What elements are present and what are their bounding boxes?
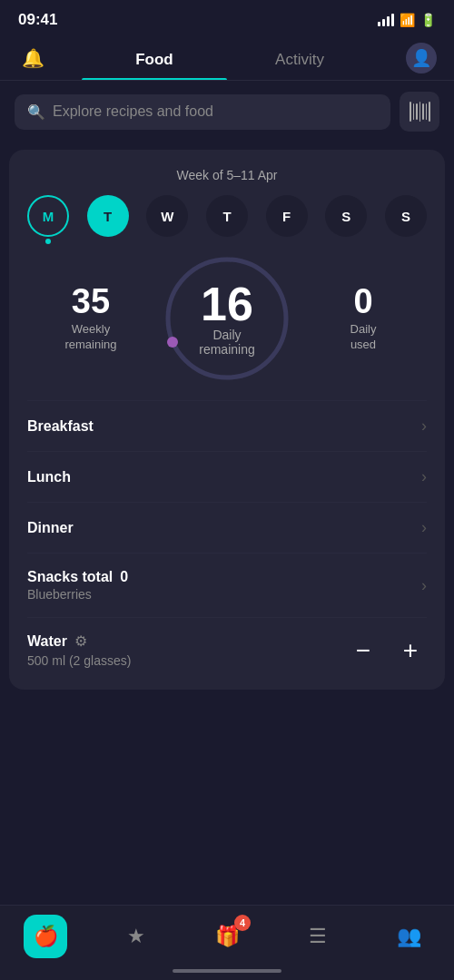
snacks-count: 0 bbox=[120, 569, 128, 585]
weekly-remaining-stat: 35 Weeklyremaining bbox=[27, 284, 154, 353]
water-increase-button[interactable]: + bbox=[394, 634, 427, 667]
nav-diary-icon-wrap: ☰ bbox=[296, 915, 340, 958]
nav-community[interactable]: 👥 bbox=[381, 915, 436, 958]
search-placeholder: Explore recipes and food bbox=[53, 103, 213, 120]
water-item: Water ⚙ 500 ml (2 glasses) − + bbox=[27, 617, 427, 671]
tab-nav: Food Activity bbox=[51, 36, 403, 80]
day-friday[interactable]: F bbox=[266, 195, 308, 237]
snacks-chevron-icon: › bbox=[421, 576, 427, 595]
snacks-item[interactable]: Snacks total 0 Blueberries › bbox=[27, 553, 427, 617]
daily-used-number: 0 bbox=[300, 284, 427, 318]
avatar: 👤 bbox=[406, 43, 437, 74]
dinner-item[interactable]: Dinner › bbox=[27, 502, 427, 553]
barcode-icon bbox=[410, 102, 430, 122]
day-wednesday[interactable]: W bbox=[146, 195, 188, 237]
nav-food-icon-wrap: 🍎 bbox=[24, 915, 67, 958]
daily-used-stat: 0 Dailyused bbox=[300, 284, 427, 353]
home-indicator bbox=[173, 969, 281, 973]
snacks-sub: Blueberries bbox=[27, 587, 128, 602]
water-label: Water bbox=[27, 633, 67, 650]
ring-container: 16 Dailyremaining bbox=[154, 264, 300, 373]
nav-community-icon-wrap: 👥 bbox=[387, 915, 430, 958]
status-icons: 📶 🔋 bbox=[378, 13, 436, 27]
wifi-icon: 📶 bbox=[400, 13, 415, 27]
nav-food[interactable]: 🍎 bbox=[18, 915, 73, 958]
lunch-item[interactable]: Lunch › bbox=[27, 451, 427, 502]
breakfast-label: Breakfast bbox=[27, 418, 94, 435]
snacks-label: Snacks total bbox=[27, 569, 113, 585]
day-thursday[interactable]: T bbox=[206, 195, 248, 237]
water-info: Water ⚙ 500 ml (2 glasses) bbox=[27, 632, 131, 668]
weekly-remaining-label: Weeklyremaining bbox=[27, 322, 154, 353]
water-controls: − + bbox=[347, 634, 427, 667]
day-saturday[interactable]: S bbox=[325, 195, 367, 237]
water-amount: 500 ml (2 glasses) bbox=[27, 653, 131, 668]
nav-favorites[interactable]: ★ bbox=[109, 915, 163, 958]
breakfast-item[interactable]: Breakfast › bbox=[27, 400, 427, 451]
food-nav-icon: 🍎 bbox=[34, 925, 58, 948]
tab-bar: 🔔 Food Activity 👤 bbox=[0, 36, 454, 81]
week-label: Week of 5–11 Apr bbox=[27, 168, 427, 182]
daily-remaining-stat: 16 Dailyremaining bbox=[154, 264, 300, 373]
breakfast-chevron-icon: › bbox=[421, 416, 427, 436]
day-sunday[interactable]: S bbox=[385, 195, 427, 237]
water-decrease-button[interactable]: − bbox=[347, 634, 380, 667]
search-bar[interactable]: 🔍 Explore recipes and food bbox=[15, 94, 390, 130]
diary-nav-icon: ☰ bbox=[309, 925, 327, 948]
water-settings-icon[interactable]: ⚙ bbox=[74, 632, 87, 650]
search-section: 🔍 Explore recipes and food bbox=[0, 81, 454, 142]
snacks-title-row: Snacks total 0 bbox=[27, 569, 128, 585]
lunch-chevron-icon: › bbox=[421, 467, 427, 486]
status-time: 09:41 bbox=[18, 11, 57, 29]
signal-icon bbox=[378, 14, 394, 26]
ring-indicator-dot bbox=[167, 337, 178, 348]
status-bar: 09:41 📶 🔋 bbox=[0, 0, 454, 36]
barcode-scan-button[interactable] bbox=[400, 92, 439, 132]
tab-activity[interactable]: Activity bbox=[227, 36, 372, 80]
avatar-button[interactable]: 👤 bbox=[403, 43, 439, 74]
weekly-remaining-number: 35 bbox=[27, 284, 154, 318]
search-icon: 🔍 bbox=[27, 103, 45, 121]
day-dot bbox=[45, 239, 51, 244]
week-days: M T W T F S S bbox=[27, 195, 427, 237]
daily-remaining-number: 16 bbox=[201, 280, 253, 328]
bell-icon-button[interactable]: 🔔 bbox=[15, 47, 51, 69]
day-monday[interactable]: M bbox=[27, 195, 69, 237]
main-card: Week of 5–11 Apr M T W T F S S 35 Weekly… bbox=[9, 150, 445, 690]
battery-icon: 🔋 bbox=[420, 13, 436, 27]
calories-section: 35 Weeklyremaining 16 Dailyremaining 0 D… bbox=[27, 255, 427, 400]
rewards-badge: 4 bbox=[234, 915, 251, 931]
lunch-label: Lunch bbox=[27, 469, 71, 485]
tab-food[interactable]: Food bbox=[82, 36, 227, 80]
favorites-nav-icon: ★ bbox=[127, 925, 145, 948]
community-nav-icon: 👥 bbox=[397, 925, 421, 948]
day-tuesday[interactable]: T bbox=[87, 195, 129, 237]
nav-favorites-icon-wrap: ★ bbox=[114, 915, 158, 958]
nav-rewards[interactable]: 4 🎁 bbox=[200, 915, 254, 958]
dinner-chevron-icon: › bbox=[421, 518, 427, 537]
water-title-row: Water ⚙ bbox=[27, 632, 131, 650]
daily-used-label: Dailyused bbox=[300, 322, 427, 353]
daily-remaining-label: Dailyremaining bbox=[199, 328, 254, 357]
nav-diary[interactable]: ☰ bbox=[291, 915, 345, 958]
dinner-label: Dinner bbox=[27, 520, 74, 536]
